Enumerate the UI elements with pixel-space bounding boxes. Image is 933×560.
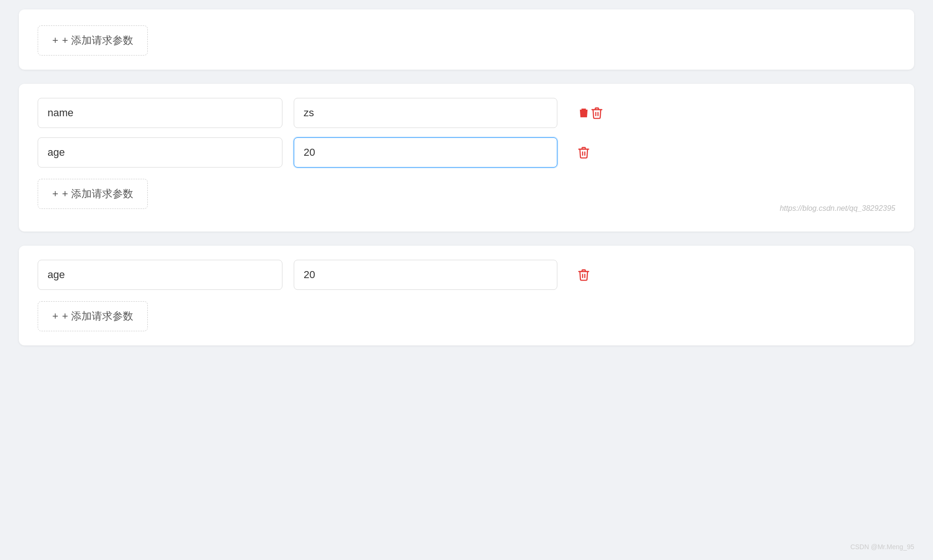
plus-icon: + xyxy=(52,34,58,47)
trash-icon-panel3 xyxy=(577,268,590,281)
delete-button-name[interactable] xyxy=(573,103,607,123)
param-row-age xyxy=(38,137,895,168)
panel-name-age: + + 添加请求参数 https://blog.csdn.net/qq_3829… xyxy=(19,84,914,232)
panel-empty: + + 添加请求参数 xyxy=(19,9,914,70)
trash-icon-age xyxy=(577,146,590,159)
trash-icon xyxy=(577,106,590,120)
key-input-name[interactable] xyxy=(38,98,282,128)
key-input-age[interactable] xyxy=(38,137,282,168)
add-param-button-panel3[interactable]: + + 添加请求参数 xyxy=(38,301,148,331)
add-param-label-2: + 添加请求参数 xyxy=(62,187,133,201)
add-param-label-3: + 添加请求参数 xyxy=(62,309,133,323)
add-param-button-panel2[interactable]: + + 添加请求参数 xyxy=(38,179,148,209)
key-input-age-panel3[interactable] xyxy=(38,260,282,290)
delete-button-age[interactable] xyxy=(573,142,594,163)
value-input-name[interactable] xyxy=(294,98,557,128)
watermark: https://blog.csdn.net/qq_38292395 xyxy=(38,204,895,213)
add-param-label: + 添加请求参数 xyxy=(62,33,133,48)
add-param-button-panel1[interactable]: + + 添加请求参数 xyxy=(38,25,148,56)
param-row-name xyxy=(38,98,895,128)
panel-age-only: + + 添加请求参数 xyxy=(19,246,914,345)
value-input-age[interactable] xyxy=(294,137,557,168)
plus-icon-2: + xyxy=(52,188,58,200)
plus-icon-3: + xyxy=(52,310,58,322)
trash-icon-display xyxy=(590,106,603,120)
delete-button-age-panel3[interactable] xyxy=(573,264,594,285)
footer-credit: CSDN @Mr.Meng_95 xyxy=(850,543,914,551)
value-input-age-panel3[interactable] xyxy=(294,260,557,290)
param-row-age-panel3 xyxy=(38,260,895,290)
